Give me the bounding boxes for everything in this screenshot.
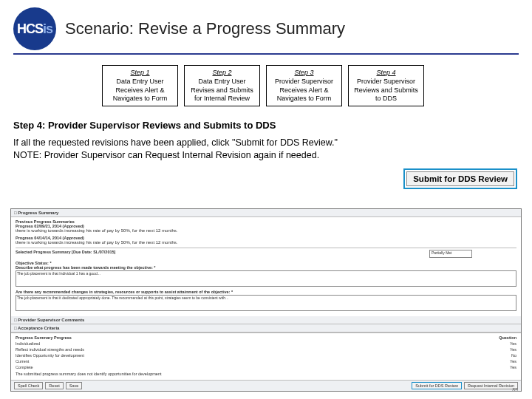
panel-supervisor-comments: □ Provider Supervisor Comments <box>11 316 521 324</box>
submit-for-dds-button-small[interactable]: Submit for DDS Review <box>412 382 462 389</box>
reset-button[interactable]: Reset <box>45 382 63 389</box>
criteria-row: IndividualizedYes <box>16 341 516 347</box>
page-number: 89 <box>512 387 518 392</box>
recommended-changes-textarea[interactable]: The job placement is that it dedicated a… <box>16 295 516 311</box>
criteria-row: CurrentYes <box>16 358 516 364</box>
page-title: Scenario: Revise a Progress Summary <box>65 19 345 38</box>
criteria-row: Identifies Opportunity for developmentNo <box>16 352 516 358</box>
step-flow: Step 1Data Entry User Receives Alert & N… <box>102 65 519 106</box>
submit-for-dds-button[interactable]: Submit for DDS Review <box>406 171 514 186</box>
step-1-box: Step 1Data Entry User Receives Alert & N… <box>102 65 178 106</box>
hcsis-logo: HCSis <box>13 7 56 50</box>
section-heading: Step 4: Provider Supervisor Reviews and … <box>13 120 519 131</box>
submit-callout: Submit for DDS Review <box>403 168 517 189</box>
panel-acceptance-criteria: □ Acceptance Criteria <box>11 324 521 332</box>
criteria-row: Reflect individual strengths and needsYe… <box>16 347 516 352</box>
criteria-row: CompleteYes <box>16 364 516 370</box>
step-4-box: Step 4Provider Supervisor Reviews and Su… <box>348 65 424 106</box>
describe-progress-textarea[interactable]: The job placement is that Individual 1 h… <box>16 270 516 287</box>
status-select[interactable]: Partially Met <box>429 250 472 258</box>
spell-check-button[interactable]: Spell Check <box>14 382 43 389</box>
step-2-box: Step 2Data Entry User Revises and Submit… <box>184 65 260 106</box>
instruction-text: If all the requested revisions have been… <box>13 137 390 162</box>
form-screenshot: □ Progress Summary Previous Progress Sum… <box>10 208 522 392</box>
panel-progress-summary: □ Progress Summary <box>11 209 521 217</box>
slide-header: HCSis Scenario: Revise a Progress Summar… <box>13 7 519 55</box>
save-button[interactable]: Save <box>66 382 83 389</box>
request-internal-revision-button[interactable]: Request Internal Revision <box>464 382 518 389</box>
step-3-box: Step 3Provider Supervisor Receives Alert… <box>266 65 342 106</box>
